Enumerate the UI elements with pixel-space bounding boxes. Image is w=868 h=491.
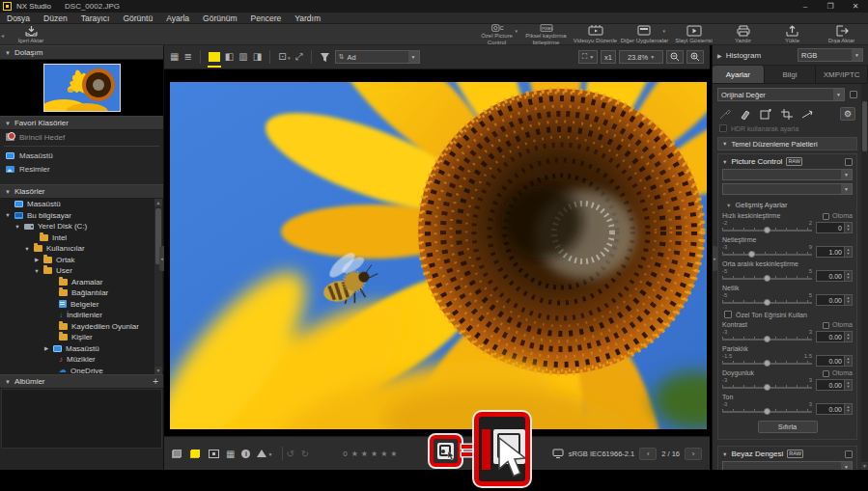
crop-icon[interactable] bbox=[781, 109, 793, 120]
color-control-point-icon[interactable] bbox=[740, 109, 751, 120]
upload-button[interactable]: Yükle bbox=[768, 24, 817, 45]
tree-item-public[interactable]: ▶Ortak bbox=[0, 255, 163, 266]
scroll-up-icon[interactable]: ▲ bbox=[154, 199, 162, 206]
spinner-icon[interactable]: ▲▼ bbox=[845, 331, 853, 342]
custom-picture-control-button[interactable]: C ▾ Özel Picture Control bbox=[472, 24, 521, 45]
main-photo-sunflower-bee[interactable] bbox=[170, 82, 707, 429]
rating-zero[interactable]: 0 bbox=[343, 450, 347, 458]
restore-button[interactable]: ❐ bbox=[818, 0, 843, 13]
scroll-down-icon[interactable]: ▼ bbox=[154, 367, 162, 374]
tree-scrollbar[interactable]: ▲ ▼ bbox=[154, 199, 162, 374]
menu-pencere[interactable]: Pencere bbox=[244, 13, 289, 24]
list-view-icon[interactable]: ≣ bbox=[183, 52, 191, 62]
slider-value[interactable]: 0.00 bbox=[816, 294, 845, 306]
grid-view-icon[interactable]: ▦ bbox=[170, 52, 179, 62]
hdr-checkbox-row[interactable]: HDR kullanarak ayarla bbox=[719, 124, 855, 132]
tree-item-downloads[interactable]: ↓İndirilenler bbox=[0, 310, 163, 321]
albums-section-header[interactable]: ▼ Albümler + bbox=[0, 374, 163, 389]
multi-view-icon[interactable]: ▥ bbox=[238, 52, 247, 62]
custom-tone-curve-row[interactable]: Özel Ton Eğrisini Kullan bbox=[724, 311, 853, 318]
picture-control-select-1[interactable]: ▼ bbox=[722, 169, 853, 180]
straighten-icon[interactable] bbox=[801, 109, 813, 120]
photo-tray-toggle-icon[interactable] bbox=[437, 443, 454, 459]
filter-funnel-icon[interactable] bbox=[320, 52, 330, 63]
undo-icon[interactable]: ↺ bbox=[286, 449, 294, 459]
spinner-icon[interactable]: ▲▼ bbox=[845, 355, 853, 367]
expand-icon[interactable]: ▶ bbox=[43, 345, 49, 351]
tree-item-desktop-user[interactable]: ▶Masaüstü bbox=[0, 343, 163, 355]
tree-item-desktop[interactable]: Masaüstü bbox=[0, 199, 163, 210]
white-balance-checkbox[interactable] bbox=[845, 450, 853, 458]
hdr-checkbox[interactable] bbox=[719, 124, 727, 132]
slider-value[interactable]: 0.00 bbox=[816, 355, 845, 367]
redo-icon[interactable]: ↻ bbox=[301, 449, 309, 459]
slider-knob[interactable] bbox=[764, 408, 770, 415]
slider-track[interactable] bbox=[722, 407, 812, 415]
edit-video-button[interactable]: Videoyu Düzenle bbox=[571, 24, 620, 45]
tab-bilgi[interactable]: Bilgi bbox=[765, 66, 817, 83]
filmstrip-view-icon[interactable]: ◨ bbox=[253, 52, 262, 62]
image-view-icon-active[interactable] bbox=[209, 52, 220, 62]
spinner-icon[interactable]: ▲▼ bbox=[845, 403, 853, 415]
zoom-out-button[interactable] bbox=[666, 50, 684, 64]
show-edited-icon[interactable] bbox=[190, 450, 200, 458]
slider-knob[interactable] bbox=[764, 227, 770, 233]
sort-select[interactable]: ⇅ Ad ▼ bbox=[335, 50, 420, 64]
tree-item-documents[interactable]: Belgeler bbox=[0, 299, 163, 311]
zoom-1to1-button[interactable]: x1 bbox=[601, 50, 616, 64]
panel-collapse-handle[interactable]: ▸ bbox=[713, 246, 717, 271]
slider-knob[interactable] bbox=[764, 360, 770, 367]
tree-item-searches[interactable]: Aramalar bbox=[0, 277, 163, 288]
slider-track[interactable] bbox=[722, 335, 812, 342]
slider-track[interactable] bbox=[722, 250, 812, 258]
picture-control-header[interactable]: ▼ Picture Control RAW bbox=[722, 157, 853, 166]
tree-item-local-disk[interactable]: ▼Yerel Disk (C:) bbox=[0, 221, 163, 232]
menu-tarayici[interactable]: Tarayıcı bbox=[74, 13, 117, 24]
menu-goruntu[interactable]: Görüntü bbox=[116, 13, 159, 24]
tree-item-links[interactable]: Bağlantılar bbox=[0, 287, 163, 299]
spinner-icon[interactable]: ▲▼ bbox=[845, 270, 853, 282]
histogram-header[interactable]: ▶ Histogram RGB ▼ bbox=[713, 45, 868, 66]
slider-knob[interactable] bbox=[764, 336, 770, 342]
spinner-icon[interactable]: ▲▼ bbox=[845, 222, 853, 233]
show-originals-icon[interactable] bbox=[172, 450, 182, 458]
settings-gear-icon[interactable]: ⚙ bbox=[840, 107, 855, 121]
print-button[interactable]: Yazdır bbox=[718, 24, 768, 45]
spinner-icon[interactable]: ▲▼ bbox=[845, 294, 853, 306]
navigation-thumbnail[interactable] bbox=[43, 64, 121, 112]
picture-control-checkbox[interactable] bbox=[845, 158, 853, 166]
fit-view-button[interactable]: ⛶▼ bbox=[578, 50, 598, 64]
expand-icon[interactable]: ▼ bbox=[34, 268, 40, 274]
favorite-desktop[interactable]: Masaüstü bbox=[0, 149, 163, 162]
reset-button[interactable]: Sıfırla bbox=[758, 421, 818, 433]
slider-knob[interactable] bbox=[764, 275, 770, 282]
navigation-section-header[interactable]: ▼ Dolaşım bbox=[0, 45, 163, 60]
preset-select[interactable]: Orijinal Değer ▼ bbox=[717, 88, 845, 101]
menu-ayarla[interactable]: Ayarla bbox=[159, 13, 196, 24]
slider-value[interactable]: 0.00 bbox=[816, 331, 845, 342]
white-balance-header[interactable]: ▼ Beyaz Dengesi RAW bbox=[722, 450, 853, 458]
palettes-header[interactable]: ▼ Temel Düzenleme Paletleri bbox=[717, 137, 857, 150]
tree-item-contacts[interactable]: Kişiler bbox=[0, 332, 163, 343]
expand-icon[interactable]: ▼ bbox=[24, 246, 30, 252]
zoom-level-select[interactable]: 23.8%▼ bbox=[619, 50, 663, 64]
expand-icon[interactable]: ▼ bbox=[5, 212, 11, 218]
close-button[interactable]: ✕ bbox=[843, 0, 868, 13]
tab-ayarlar[interactable]: Ayarlar bbox=[713, 66, 765, 83]
tree-item-onedrive[interactable]: ☁OneDrive bbox=[0, 366, 163, 375]
spinner-icon[interactable]: ▲▼ bbox=[845, 379, 853, 391]
slider-track[interactable] bbox=[722, 359, 812, 367]
tree-item-music[interactable]: ♪Müzikler bbox=[0, 354, 163, 366]
tree-item-saved-games[interactable]: Kaydedilen Oyunlar bbox=[0, 321, 163, 333]
tree-item-user[interactable]: ▼User bbox=[0, 265, 163, 277]
slider-knob[interactable] bbox=[764, 299, 770, 306]
picture-control-select-2[interactable]: ▼ bbox=[722, 183, 853, 195]
add-album-button[interactable]: + bbox=[153, 376, 158, 387]
menu-dosya[interactable]: Dosya bbox=[0, 13, 37, 24]
auto-checkbox[interactable] bbox=[823, 322, 829, 329]
auto-checkbox[interactable] bbox=[823, 213, 829, 220]
export-button[interactable]: Dışa Aktar bbox=[817, 24, 866, 45]
zoom-in-button[interactable] bbox=[686, 50, 704, 64]
expand-icon[interactable]: ▶ bbox=[34, 257, 40, 262]
slider-value[interactable]: 0.00 bbox=[816, 379, 845, 391]
